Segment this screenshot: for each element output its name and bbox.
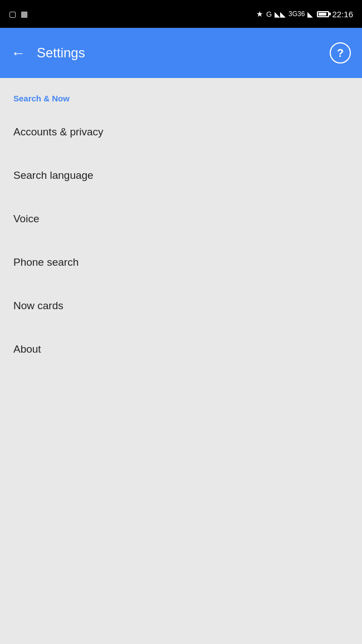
screen-icon: ▦ [21, 9, 28, 18]
menu-item-label-accounts-privacy: Accounts & privacy [13, 126, 104, 138]
menu-item-search-language[interactable]: Search language [0, 154, 362, 197]
signal-extra-icon: ◣ [307, 10, 313, 18]
app-bar: ← Settings ? [0, 28, 362, 78]
status-time: 22:16 [332, 9, 353, 19]
image-icon: ▢ [9, 9, 16, 18]
section-header: Search & Now [0, 78, 362, 110]
network-label: G [266, 10, 272, 18]
menu-item-label-voice: Voice [13, 213, 39, 225]
section-header-label: Search & Now [13, 94, 70, 103]
back-button[interactable]: ← [11, 45, 26, 62]
battery-icon [317, 11, 329, 17]
signal-bars-icon: ◣◣ [275, 10, 286, 18]
menu-item-accounts-privacy[interactable]: Accounts & privacy [0, 110, 362, 154]
status-bar-right-icons: ★ G ◣◣ 3G36 ◣ 22:16 [256, 9, 353, 19]
network-type-label: 3G36 [288, 10, 305, 18]
help-button[interactable]: ? [330, 42, 351, 64]
menu-item-now-cards[interactable]: Now cards [0, 284, 362, 328]
menu-item-phone-search[interactable]: Phone search [0, 241, 362, 284]
status-bar-left-icons: ▢ ▦ [9, 9, 28, 18]
page-title: Settings [37, 45, 330, 61]
menu-item-voice[interactable]: Voice [0, 197, 362, 241]
menu-item-about[interactable]: About [0, 328, 362, 371]
menu-items-list: Accounts & privacySearch languageVoicePh… [0, 110, 362, 371]
menu-item-label-search-language: Search language [13, 169, 94, 181]
menu-item-label-phone-search: Phone search [13, 256, 79, 268]
settings-content: Search & Now Accounts & privacySearch la… [0, 78, 362, 371]
status-bar: ▢ ▦ ★ G ◣◣ 3G36 ◣ 22:16 [0, 0, 362, 28]
menu-item-label-now-cards: Now cards [13, 300, 63, 311]
star-icon: ★ [256, 9, 263, 18]
menu-item-label-about: About [13, 343, 41, 355]
